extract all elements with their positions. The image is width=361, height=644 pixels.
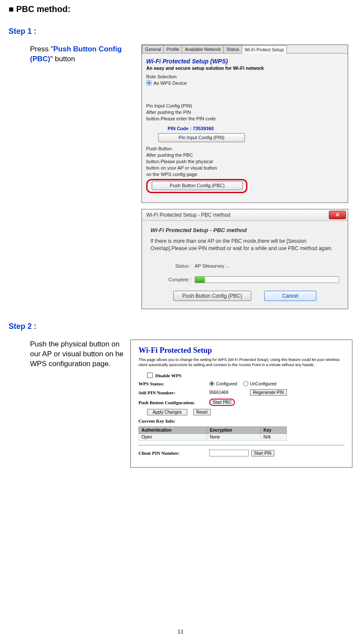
self-pin-value: 95661469 <box>209 390 250 395</box>
close-icon: ✕ <box>335 212 340 218</box>
push-button-config-button[interactable]: Push Button Config (PBC) <box>152 181 243 190</box>
progress-fill <box>195 277 205 283</box>
client-pin-label: Client PIN Number: <box>138 450 209 456</box>
step2-label: Step 2 : <box>9 322 352 331</box>
pin-block-heading: Pin Input Config (PIN) <box>146 103 343 109</box>
start-pin-button[interactable]: Start PIN <box>251 450 275 456</box>
tab-status[interactable]: Status <box>223 45 242 53</box>
dialog-heading: Wi-Fi Protected Setup - PBC method <box>150 227 339 233</box>
table-row: Open None N/A <box>139 434 287 441</box>
status-value: AP Sitesurvey ... <box>195 263 229 268</box>
push-block-desc: After pushing the PBC button.Please push… <box>146 152 343 177</box>
current-key-table: Authentication Encryption Key Open None … <box>138 426 287 441</box>
pin-input-config-button[interactable]: Pin Input Config (PIN) <box>158 133 245 142</box>
role-selection-label: Role Selection <box>146 74 343 79</box>
apply-changes-button[interactable]: Apply Changes <box>147 409 187 415</box>
tab-wps[interactable]: Wi-Fi Protect Setup <box>242 45 287 54</box>
close-button[interactable]: ✕ <box>329 211 346 219</box>
checkbox-icon <box>147 373 153 378</box>
radio-icon <box>146 80 152 86</box>
dialog-title: Wi-Fi Protected Setup - PBC method <box>146 212 230 218</box>
self-pin-label: Self-PIN Number: <box>138 390 209 395</box>
role-option-wps-device[interactable]: As WPS Device <box>146 80 343 86</box>
th-key: Key <box>261 427 286 434</box>
tab-general[interactable]: General <box>142 45 164 53</box>
current-key-info-label: Current Key Info: <box>138 418 209 423</box>
th-enc: Encryption <box>207 427 261 434</box>
pin-code: PIN Code : 73539360 <box>168 125 343 132</box>
dialog-pbc-button[interactable]: Push Button Config (PBC) <box>173 291 251 301</box>
ap-page-desc: This page allows you to change the setti… <box>138 358 344 367</box>
cancel-button[interactable]: Cancel <box>264 291 316 301</box>
tab-profile[interactable]: Profile <box>163 45 182 53</box>
step2-text: Push the physical button on our AP or vi… <box>9 340 130 369</box>
step1-text: Press "Push Button Config (PBC)" button <box>9 45 141 64</box>
ap-page-title: Wi-Fi Protected Setup <box>138 346 344 355</box>
pbc-highlight-ring: Push Button Config (PBC) <box>146 179 247 193</box>
regenerate-pin-button[interactable]: Regenerate PIN <box>250 389 287 396</box>
client-pin-input[interactable] <box>209 450 249 456</box>
page-number: 11 <box>177 628 184 635</box>
wps-status-label: WPS Status: <box>138 381 209 386</box>
dialog-message: If there is more than one AP on the PBC … <box>150 238 339 252</box>
reset-button[interactable]: Reset <box>193 409 211 415</box>
push-block-heading: Push Button <box>146 146 343 152</box>
wps-subtitle: An easy and secure setup solution for Wi… <box>146 66 343 71</box>
pin-block-desc: After pushing the PIN button.Please ente… <box>146 109 343 122</box>
pbc-dialog: Wi-Fi Protected Setup - PBC method ✕ Wi-… <box>141 209 348 309</box>
radio-configured[interactable] <box>209 381 214 386</box>
status-label: Status : <box>150 263 195 268</box>
th-auth: Authentication <box>139 427 207 434</box>
ap-wps-config-page: Wi-Fi Protected Setup This page allows y… <box>130 340 352 468</box>
tab-available-network[interactable]: Available Network <box>182 45 224 53</box>
wps-title: Wi-Fi Protected Setup (WPS) <box>146 58 343 65</box>
pbc-config-label: Push Button Configuration: <box>138 400 209 405</box>
divider <box>138 445 344 445</box>
step1-label: Step 1 : <box>9 27 352 36</box>
disable-wps-row[interactable]: Disable WPS <box>147 373 344 378</box>
tab-bar: General Profile Available Network Status… <box>142 45 348 54</box>
wps-settings-panel: General Profile Available Network Status… <box>141 45 348 203</box>
start-pbc-button[interactable]: Start PBC <box>209 399 235 406</box>
page-heading: ■ PBC method: <box>9 4 352 14</box>
complete-label: Complete : <box>150 277 195 282</box>
radio-unconfigured[interactable] <box>243 381 248 386</box>
progress-bar <box>195 276 339 283</box>
